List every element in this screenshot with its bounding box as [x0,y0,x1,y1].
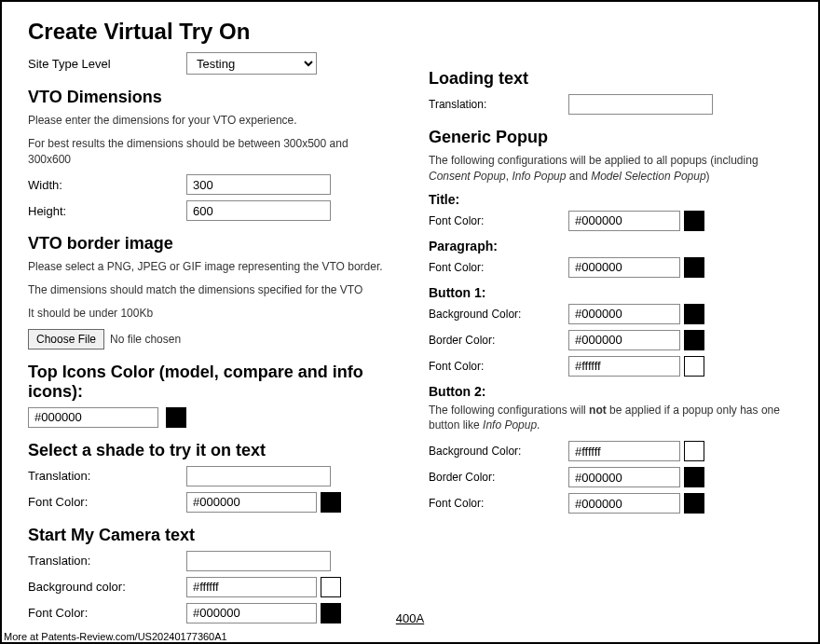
vto-dimensions-heading: VTO Dimensions [28,88,391,107]
page: Create Virtual Try On Site Type Level Te… [0,0,820,644]
camera-fc-label: Font Color: [28,606,186,620]
loading-translation-input[interactable] [568,94,713,115]
popup-title-fc-swatch[interactable] [684,211,704,231]
height-label: Height: [28,204,186,218]
camera-translation-label: Translation: [28,554,186,568]
shade-translation-label: Translation: [28,469,186,483]
popup-para-fc-label: Font Color: [429,261,568,274]
shade-fontcolor-input[interactable] [186,492,317,513]
shade-heading: Select a shade to try it on text [28,441,391,460]
popup-btn1-bg-input[interactable] [568,304,680,324]
popup-btn1-border-swatch[interactable] [684,330,704,350]
popup-btn2-border-label: Border Color: [429,471,568,484]
camera-fc-swatch[interactable] [321,603,341,623]
site-level-row: Site Type Level Testing [28,52,391,75]
popup-btn2-help: The following configurations will not be… [429,403,792,434]
camera-bg-swatch[interactable] [321,577,341,597]
popup-title-fc-label: Font Color: [429,214,568,227]
camera-bg-label: Background color: [28,580,186,594]
camera-heading: Start My Camera text [28,526,391,545]
shade-fontcolor-swatch[interactable] [321,492,341,513]
page-title: Create Virtual Try On [28,19,391,45]
right-column: Loading text Translation: Generic Popup … [429,19,792,625]
vto-border-help2: The dimensions should match the dimensio… [28,282,391,298]
site-level-label: Site Type Level [28,57,186,71]
popup-btn1-fc-label: Font Color: [429,360,568,373]
popup-btn2-bg-label: Background Color: [429,445,568,458]
vto-border-heading: VTO border image [28,234,391,253]
popup-btn1-bg-swatch[interactable] [684,304,704,324]
camera-translation-input[interactable] [186,551,331,571]
popup-btn2-border-input[interactable] [568,467,680,487]
popup-btn1-bg-label: Background Color: [429,308,568,321]
popup-btn1-fc-input[interactable] [568,356,680,377]
popup-para-heading: Paragraph: [429,239,792,253]
popup-btn1-heading: Button 1: [429,285,792,300]
popup-title-heading: Title: [429,192,792,207]
top-icons-color-input[interactable] [28,407,158,428]
camera-bg-input[interactable] [186,577,317,597]
site-level-select[interactable]: Testing [186,52,317,75]
loading-heading: Loading text [429,69,792,89]
popup-help: The following configurations will be app… [429,153,792,185]
width-label: Width: [28,178,186,192]
width-input[interactable] [186,174,331,195]
left-column: Create Virtual Try On Site Type Level Te… [28,19,391,625]
shade-fontcolor-label: Font Color: [28,495,186,509]
shade-translation-input[interactable] [186,466,331,486]
vto-dimensions-help1: Please enter the dimensions for your VTO… [28,113,391,129]
popup-para-fc-input[interactable] [568,257,680,278]
popup-title-fc-input[interactable] [568,211,680,231]
popup-btn1-border-input[interactable] [568,330,680,350]
top-icons-heading: Top Icons Color (model, compare and info… [28,363,391,402]
figure-label: 400A [396,611,424,625]
popup-btn1-fc-swatch[interactable] [684,356,704,377]
popup-btn2-heading: Button 2: [429,384,792,399]
file-status: No file chosen [110,333,181,346]
loading-translation-label: Translation: [429,98,568,111]
popup-btn2-fc-swatch[interactable] [684,493,704,514]
popup-para-fc-swatch[interactable] [684,257,704,278]
popup-heading: Generic Popup [429,128,792,147]
popup-btn2-bg-swatch[interactable] [684,441,704,461]
vto-border-help3: It should be under 100Kb [28,306,391,322]
camera-fc-input[interactable] [186,603,317,623]
popup-btn2-bg-input[interactable] [568,441,680,461]
height-input[interactable] [186,200,331,221]
popup-btn1-border-label: Border Color: [429,334,568,347]
choose-file-button[interactable]: Choose File [28,329,104,349]
vto-dimensions-help2: For best results the dimensions should b… [28,136,391,168]
footer-text: More at Patents-Review.com/US20240177360… [4,631,227,642]
popup-btn2-fc-label: Font Color: [429,497,568,510]
popup-btn2-border-swatch[interactable] [684,467,704,487]
popup-btn2-fc-input[interactable] [568,493,680,514]
vto-border-help1: Please select a PNG, JPEG or GIF image r… [28,259,391,275]
top-icons-color-swatch[interactable] [166,407,186,428]
